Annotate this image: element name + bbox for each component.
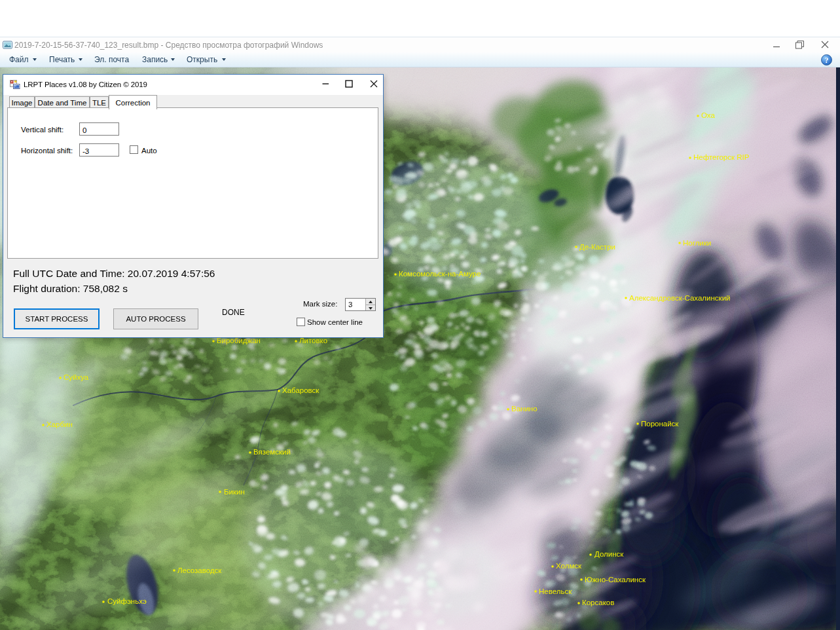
svg-text:Ванино: Ванино	[511, 405, 538, 413]
svg-text:Невельск: Невельск	[539, 587, 572, 595]
svg-text:Суйфэньхэ: Суйфэньхэ	[107, 597, 147, 605]
svg-text:Комсомольск-на-Амуре: Комсомольск-на-Амуре	[399, 270, 481, 278]
svg-text:Хабаровск: Хабаровск	[282, 386, 320, 394]
svg-text:Южно-Сахалинск: Южно-Сахалинск	[585, 576, 646, 584]
svg-text:Бикин: Бикин	[224, 488, 245, 496]
svg-text:Александровск-Сахалинский: Александровск-Сахалинский	[629, 294, 731, 302]
svg-text:Нефтегорск RIP: Нефтегорск RIP	[693, 153, 750, 161]
svg-text:Корсаков: Корсаков	[582, 599, 614, 606]
svg-text:Долинск: Долинск	[594, 550, 624, 558]
svg-text:Лесозаводск: Лесозаводск	[177, 566, 222, 574]
svg-text:Ноглики: Ноглики	[683, 239, 711, 247]
svg-text:Холмск: Холмск	[556, 562, 582, 570]
svg-text:Де-Кастри: Де-Кастри	[579, 243, 615, 251]
svg-text:Оха: Оха	[701, 111, 715, 119]
svg-text:Поронайск: Поронайск	[641, 420, 679, 428]
svg-text:Суйхуа: Суйхуа	[64, 373, 89, 381]
svg-text:?: ?	[825, 56, 829, 64]
svg-text:Вяземский: Вяземский	[253, 448, 291, 456]
svg-text:Харбин: Харбин	[46, 420, 73, 428]
